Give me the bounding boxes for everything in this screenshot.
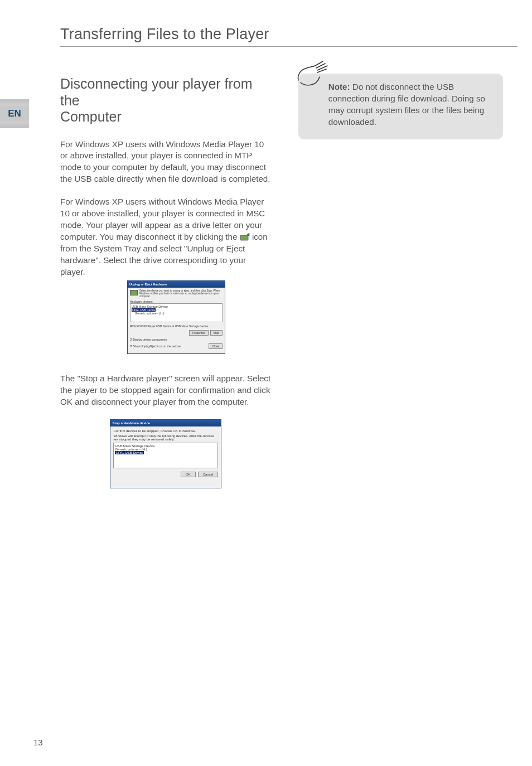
note-callout: Note: Do not disconnect the USB connecti… (298, 74, 503, 139)
paragraph-1: For Windows XP users with Windows Media … (60, 139, 272, 186)
shot2-listbox[interactable]: USB Mass Storage Device Generic volume -… (113, 443, 218, 468)
paragraph-3: The "Stop a Hardware player" screen will… (60, 373, 272, 408)
note-label: Note: (328, 82, 350, 91)
right-column: Note: Do not disconnect the USB connecti… (298, 76, 503, 488)
shot1-properties-button[interactable]: Properties (189, 330, 209, 336)
subsection-title-line2: Computer (60, 109, 122, 124)
shot1-tree[interactable]: USB Mass Storage Device OPAL USB Device … (130, 303, 223, 322)
page-number: 13 (33, 738, 43, 747)
shot1-close-button[interactable]: Close (209, 343, 223, 349)
shot1-chk2[interactable]: ☑ Show Unplug/Eject icon on the taskbar (130, 345, 181, 348)
left-column: Disconnecting your player from the Compu… (60, 76, 272, 488)
shot2-item3-selected[interactable]: OPAL USB Device (115, 451, 143, 454)
shot1-device-line: RCA RD2760 Player USB Device at USB Mass… (130, 324, 223, 328)
shot1-chk2-label: Show Unplug/Eject icon on the taskbar (133, 345, 181, 348)
shot1-tree-sub: Generic volume - (H:) (132, 312, 221, 315)
shot1-titlebar: Unplug or Eject Hardware (128, 281, 225, 288)
section-title: Transferring Files to the Player (60, 26, 503, 43)
shot1-chk1[interactable]: ☑ Display device components (130, 338, 223, 341)
shot2-cancel-button[interactable]: Cancel (198, 472, 219, 477)
shot1-stop-button[interactable]: Stop (210, 330, 223, 336)
shot2-ok-button[interactable]: OK (181, 472, 196, 477)
hand-note-icon (295, 58, 331, 91)
language-tab: EN (0, 99, 29, 128)
language-tab-label: EN (8, 108, 21, 119)
screenshot-stop-hardware: Stop a Hardware device Confirm devices t… (110, 419, 221, 488)
screenshot-unplug-eject: Unplug or Eject Hardware Select the devi… (127, 280, 225, 354)
svg-rect-0 (240, 235, 248, 240)
shot2-titlebar: Stop a Hardware device (110, 420, 221, 426)
paragraph-2a: For Windows XP users without Windows Med… (60, 197, 265, 241)
subsection-title: Disconnecting your player from the Compu… (60, 76, 272, 125)
eject-card-icon (240, 232, 250, 240)
shot1-chk1-label: Display device components (133, 338, 167, 341)
paragraph-2: For Windows XP users without Windows Med… (60, 196, 272, 278)
section-rule (60, 46, 518, 47)
card-icon (130, 290, 138, 295)
shot2-line1: Confirm devices to be stopped, Choose OK… (113, 429, 218, 433)
shot1-helper: Select the device you want to unplug or … (139, 290, 223, 298)
note-body: Do not disconnect the USB connection dur… (328, 82, 485, 127)
shot1-bottomrow: ☑ Show Unplug/Eject icon on the taskbar … (130, 343, 223, 349)
subsection-title-line1: Disconnecting your player from the (60, 76, 253, 108)
shot2-line2: Windows will attempt to stop the followi… (113, 434, 218, 441)
